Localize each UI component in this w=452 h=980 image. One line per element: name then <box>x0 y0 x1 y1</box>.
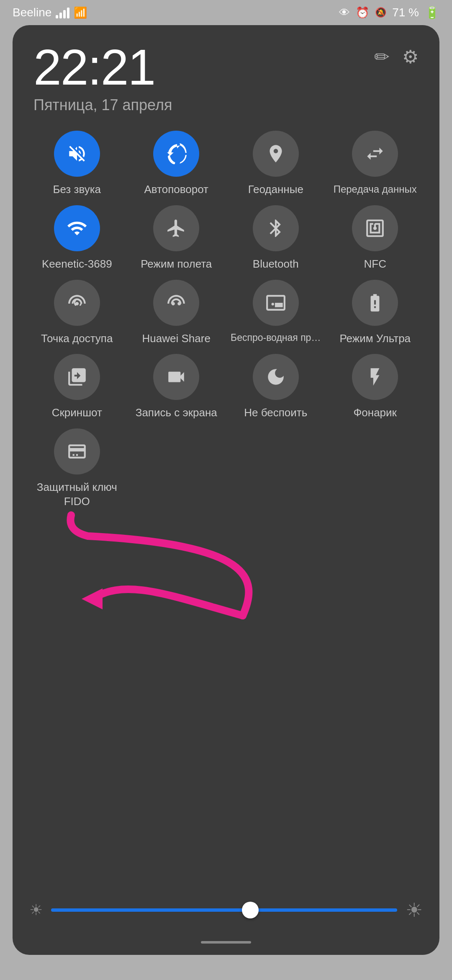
brightness-thumb[interactable] <box>242 902 259 918</box>
qs-label-hotspot: Точка доступа <box>41 332 113 346</box>
qs-item-geodata[interactable]: Геоданные <box>228 131 324 197</box>
qs-icon-screenshot <box>54 354 100 400</box>
qs-label-silent: Без звука <box>53 183 101 197</box>
status-right: 👁 ⏰ 🔕 71 % 🔋 <box>339 6 439 20</box>
date-display: Пятница, 17 апреля <box>33 96 172 114</box>
brightness-low-icon: ☀ <box>29 901 43 919</box>
phone-screen: Beeline 📶 👁 ⏰ 🔕 71 % 🔋 22:21 Пятница, 17… <box>0 0 452 980</box>
qs-icon-wifi <box>54 205 100 251</box>
brightness-track[interactable] <box>51 908 397 912</box>
qs-label-screenshot: Скриншот <box>52 406 102 420</box>
mute-status-icon: 🔕 <box>375 7 386 18</box>
qs-icon-flashlight <box>352 354 398 400</box>
qs-label-dnd: Не беспоить <box>244 406 307 420</box>
qs-grid: Без звука Автоповорот Геоданные <box>29 131 423 509</box>
brightness-bar: ☀ ☀ <box>29 899 423 921</box>
qs-item-autorotate[interactable]: Автоповорот <box>129 131 224 197</box>
alarm-icon: ⏰ <box>356 6 369 19</box>
qs-icon-huaweishare <box>153 280 199 326</box>
brightness-high-icon: ☀ <box>406 899 423 921</box>
home-bar[interactable] <box>201 941 251 944</box>
panel-header: 22:21 Пятница, 17 апреля ✏ ⚙ <box>13 25 439 122</box>
qs-item-flashlight[interactable]: Фонарик <box>328 354 423 420</box>
qs-item-silent[interactable]: Без звука <box>29 131 125 197</box>
qs-label-fidokey: Защитный ключ FIDO <box>29 480 125 509</box>
qs-item-ultramode[interactable]: Режим Ультра <box>328 280 423 346</box>
wifi-status-icon: 📶 <box>74 6 87 19</box>
qs-icon-fidokey <box>54 428 100 475</box>
qs-icon-screenrecord <box>153 354 199 400</box>
qs-icon-wireless <box>253 280 299 326</box>
qs-label-wireless: Беспро-водная пр… <box>231 332 321 344</box>
notification-panel: 22:21 Пятница, 17 апреля ✏ ⚙ Без звука <box>13 25 439 955</box>
qs-item-wifi[interactable]: Keenetic-3689 <box>29 205 125 271</box>
qs-icon-geodata <box>253 131 299 177</box>
svg-point-0 <box>271 303 274 305</box>
header-icons: ✏ ⚙ <box>374 46 419 67</box>
quick-settings: Без звука Автоповорот Геоданные <box>13 122 439 886</box>
battery-percent: 71 % <box>392 6 419 19</box>
qs-item-nfc[interactable]: NFC <box>328 205 423 271</box>
qs-item-fidokey[interactable]: Защитный ключ FIDO <box>29 428 125 509</box>
carrier-label: Beeline <box>13 6 51 19</box>
qs-item-screenshot[interactable]: Скриншот <box>29 354 125 420</box>
qs-icon-nfc <box>352 205 398 251</box>
qs-label-datatransfer: Передача данных <box>334 183 417 196</box>
qs-icon-silent <box>54 131 100 177</box>
qs-item-wireless[interactable]: Беспро-водная пр… <box>228 280 324 346</box>
edit-icon[interactable]: ✏ <box>374 46 390 67</box>
time-section: 22:21 Пятница, 17 апреля <box>33 42 172 114</box>
qs-icon-dnd <box>253 354 299 400</box>
time-display: 22:21 <box>33 42 172 92</box>
signal-bars <box>56 7 69 18</box>
qs-item-dnd[interactable]: Не беспоить <box>228 354 324 420</box>
qs-icon-hotspot <box>54 280 100 326</box>
qs-label-geodata: Геоданные <box>248 183 303 197</box>
qs-label-autorotate: Автоповорот <box>144 183 208 197</box>
home-indicator <box>13 930 439 955</box>
qs-label-nfc: NFC <box>364 257 386 271</box>
qs-label-airplane: Режим полета <box>141 257 212 271</box>
qs-icon-ultramode <box>352 280 398 326</box>
qs-label-flashlight: Фонарик <box>354 406 397 420</box>
status-left: Beeline 📶 <box>13 6 87 19</box>
qs-item-bluetooth[interactable]: Bluetooth <box>228 205 324 271</box>
status-bar: Beeline 📶 👁 ⏰ 🔕 71 % 🔋 <box>0 0 452 25</box>
battery-icon: 🔋 <box>425 6 439 20</box>
qs-item-screenrecord[interactable]: Запись с экрана <box>129 354 224 420</box>
qs-label-screenrecord: Запись с экрана <box>136 406 217 420</box>
qs-icon-datatransfer <box>352 131 398 177</box>
qs-icon-bluetooth <box>253 205 299 251</box>
qs-label-huaweishare: Huawei Share <box>142 332 211 346</box>
qs-item-hotspot[interactable]: Точка доступа <box>29 280 125 346</box>
qs-item-airplane[interactable]: Режим полета <box>129 205 224 271</box>
qs-label-bluetooth: Bluetooth <box>253 257 299 271</box>
qs-label-ultramode: Режим Ультра <box>339 332 411 346</box>
eye-icon: 👁 <box>339 6 350 19</box>
qs-item-huaweishare[interactable]: Huawei Share <box>129 280 224 346</box>
qs-label-wifi: Keenetic-3689 <box>42 257 112 271</box>
qs-item-datatransfer[interactable]: Передача данных <box>328 131 423 197</box>
qs-icon-airplane <box>153 205 199 251</box>
qs-icon-autorotate <box>153 131 199 177</box>
settings-icon[interactable]: ⚙ <box>402 46 419 67</box>
